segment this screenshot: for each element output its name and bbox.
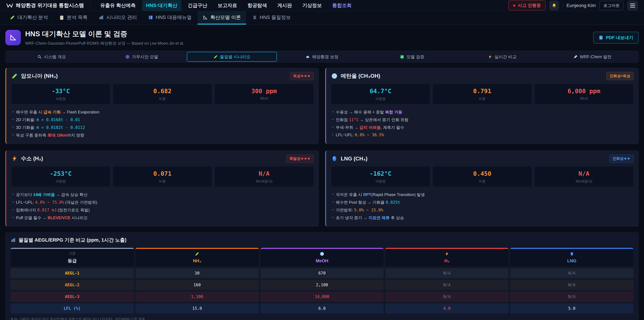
- card-bullets: 공기보다 14배 가벼움 → 급속 상승 확산 LFL~UFL: 4.0% ~ …: [11, 191, 314, 222]
- bullet: 독성 구름 풍하측 최대 10km까지 영향: [11, 131, 314, 139]
- petri-dish-icon: [320, 251, 324, 256]
- incident-status-badge[interactable]: 사고 진행중: [508, 1, 546, 11]
- card-header: 암모니아 (NH₃) 독성★★★: [11, 72, 314, 80]
- bullet: 무색·무취 → 감지 어려움, 계측기 필수: [331, 124, 634, 131]
- aegl-comparison-section: 물질별 AEGL/ERPG 기준 비교 (ppm, 1시간 노출) 기준 등급 …: [5, 232, 639, 320]
- card-header: LNG (CH₄) 인화성★★: [331, 155, 634, 163]
- stat-value: N/A: [536, 170, 632, 177]
- cell-lfl-meoh: 6.0: [260, 303, 384, 313]
- bullet: 초기 냉각 증기 → 지표면 체류 후 상승: [331, 214, 634, 222]
- top-navbar: 해양환경 위기대응 통합시스템 유출유 확산예측 HNS·대기확산 긴급구난 보…: [0, 0, 644, 11]
- subnav-scenario-management[interactable]: 시나리오 관리: [94, 11, 142, 25]
- nav-item-reports[interactable]: 보고자료: [214, 0, 241, 11]
- bullet: LFL~UFL: 6.0% ~ 36.5%: [331, 131, 634, 138]
- subnav-analysis-list[interactable]: 분석 목록: [54, 11, 92, 25]
- bar-chart-icon: [10, 237, 16, 243]
- hamburger-icon: [630, 4, 635, 8]
- tab-wrf-chem[interactable]: WRF-Chem 발전: [548, 52, 638, 62]
- target-icon: [125, 55, 130, 59]
- app-title: 해양환경 위기대응 통합시스템: [16, 2, 84, 9]
- pdf-export-label: PDF 내보내기: [606, 35, 633, 41]
- table-title: 물질별 AEGL/ERPG 기준 비교 (ppm, 1시간 노출): [10, 237, 634, 243]
- nav-item-hns-diffusion[interactable]: HNS·대기확산: [142, 0, 182, 11]
- table-title-text: 물질별 AEGL/ERPG 기준 비교 (ppm, 1시간 노출): [18, 237, 126, 243]
- hazard-badge: 인화성★★: [610, 155, 634, 163]
- stat-idlh: N/A IDLH(질식): [534, 166, 634, 187]
- cell-aegl3-nh3: 1,100: [136, 292, 259, 302]
- bullet: LFL~UFL: 4.0% ~ 75.0% (극넓은 가연범위): [11, 198, 314, 206]
- set-square-icon: [202, 15, 208, 20]
- cell-lfl-h2: 4.0: [385, 303, 508, 313]
- set-square-icon: [9, 34, 17, 42]
- subnav-label: 분석 목록: [67, 14, 88, 21]
- droplet-icon: [331, 155, 338, 162]
- card-hydrogen: 수소 (H₂) 폭발성★★★ -253°C 비등점 0.071 비중 N/A I…: [5, 150, 319, 226]
- stat-value: -162°C: [332, 170, 428, 177]
- stat-idlh: 300 ppm IDLH: [215, 84, 314, 104]
- nav-item-board[interactable]: 게시판: [273, 0, 296, 11]
- pencil-icon: [10, 15, 15, 20]
- stat-label: IDLH: [216, 97, 312, 100]
- incident-dot-icon: [513, 4, 515, 7]
- stat-label: 비등점: [13, 97, 109, 101]
- nav-item-weather[interactable]: 기상정보: [298, 0, 326, 11]
- cell-lfl-lng: 5.0: [510, 303, 634, 313]
- page-titles: HNS 대기확산 모델 이론 및 검증 WRF-Chem·Gaussian Pl…: [25, 29, 589, 46]
- tab-label: 모델 검증: [406, 54, 424, 60]
- topbar-right: 사고 진행중 Eunjeong Kim 로그아웃: [508, 1, 638, 11]
- tab-label: 시스템 개요: [44, 54, 66, 60]
- table-header-meoh: MeOH: [260, 248, 384, 266]
- stat-value: N/A: [216, 170, 312, 177]
- app-logo[interactable]: 해양환경 위기대응 통합시스템: [6, 2, 84, 9]
- cell-aegl3-meoh: 14,000: [260, 292, 384, 302]
- cell-aegl3-lng: N/A: [510, 292, 634, 302]
- nav-item-oil-spill[interactable]: 유출유 확산예측: [96, 0, 140, 11]
- document-icon: [598, 35, 604, 40]
- row-label-aegl2: AEGL-2: [10, 280, 134, 290]
- stat-specific-gravity: 0.450 비중: [433, 166, 532, 187]
- tab-gaussian-model[interactable]: 가우시안 모델: [96, 52, 187, 62]
- cell-aegl2-lng: N/A: [510, 280, 634, 290]
- tab-label: 실시간 비교: [494, 54, 516, 60]
- nav-item-aerial-search[interactable]: 항공탐색: [244, 0, 271, 11]
- stat-specific-gravity: 0.791 비중: [433, 84, 532, 104]
- subnav-label: 시나리오 관리: [106, 14, 137, 21]
- card-title: 수소 (H₂): [21, 155, 283, 162]
- logout-button[interactable]: 로그아웃: [600, 1, 624, 10]
- column-symbol: H₂: [444, 258, 450, 263]
- bullet: 해수면 유출 시 급속 기화 → Flash Evaporation: [11, 108, 314, 116]
- stat-value: 0.791: [434, 88, 530, 95]
- card-bullets: 해수면 유출 시 급속 기화 → Flash Evaporation 2D 기화…: [11, 108, 314, 139]
- table-header-criteria: 기준 등급: [10, 248, 134, 266]
- stat-value: 0.682: [114, 88, 210, 95]
- subnav-label: 대기확산 분석: [18, 14, 48, 21]
- stat-value: -33°C: [13, 88, 109, 95]
- stat-value: -253°C: [13, 170, 109, 177]
- notifications-button[interactable]: [549, 1, 559, 11]
- tab-substance-scenarios[interactable]: 물질별 시나리오: [187, 52, 277, 62]
- tab-marine-correction[interactable]: 해양환경 보정: [277, 52, 367, 62]
- incident-label: 사고 진행중: [518, 3, 541, 9]
- book-icon: [148, 15, 153, 20]
- stat-label: IDLH(질식): [216, 179, 312, 184]
- subnav-hns-substance-info[interactable]: HNS 물질정보: [247, 11, 296, 25]
- stat-specific-gravity: 0.071 비중: [113, 166, 212, 187]
- table-footnote: ※ H₂, LNG는 독성이 아닌 질식/인화성 위험으로 AEGL 대신 LF…: [10, 317, 634, 320]
- bar-chart-icon: [98, 15, 104, 20]
- stat-label: IDLH(질식): [536, 179, 632, 184]
- stat-specific-gravity: 0.682 비중: [113, 84, 212, 104]
- subnav-diffusion-analysis[interactable]: 대기확산 분석: [5, 11, 53, 25]
- nav-item-rescue[interactable]: 긴급구난: [184, 0, 211, 11]
- subnav-hns-manual[interactable]: HNS 대응매뉴얼: [143, 11, 196, 25]
- subnav-model-theory[interactable]: 확산모델 이론: [198, 11, 246, 25]
- check-icon: [400, 55, 404, 59]
- tab-model-validation[interactable]: 모델 검증: [367, 52, 457, 62]
- tab-label: 가우시안 모델: [132, 54, 158, 60]
- menu-button[interactable]: [627, 1, 638, 11]
- stat-label: 비중: [114, 97, 210, 101]
- nav-item-integrated-search[interactable]: 통합조회: [328, 0, 356, 11]
- tab-realtime-comparison[interactable]: 실시간 비교: [457, 52, 547, 62]
- nav-divider: [90, 3, 90, 9]
- tab-system-overview[interactable]: 시스템 개요: [6, 52, 96, 62]
- pdf-export-button[interactable]: PDF 내보내기: [593, 32, 639, 44]
